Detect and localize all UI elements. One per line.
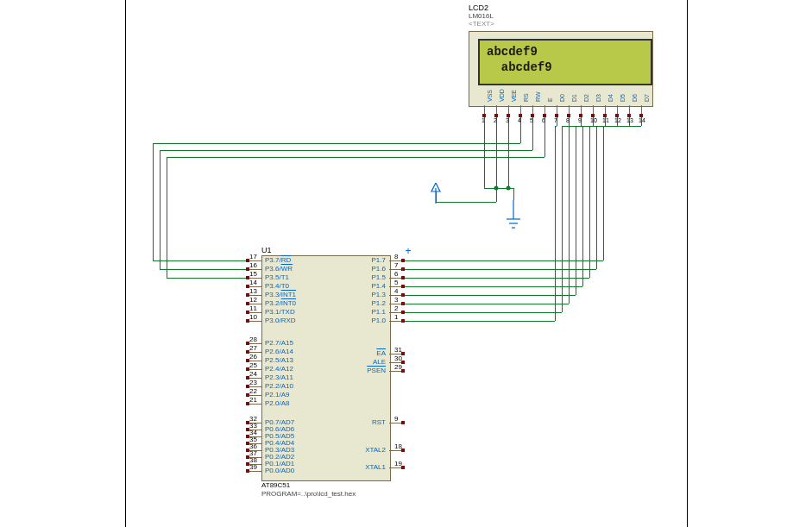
- wire: [555, 126, 556, 321]
- wire: [403, 260, 603, 261]
- mcu-pin-name: P2.3/A11: [265, 373, 293, 381]
- lcd-pin-number: 1: [482, 117, 485, 123]
- wire: [513, 188, 514, 200]
- mcu-pin-name: P0.0/AD0: [265, 467, 294, 474]
- mcu-pin-name: P2.4/A12: [265, 365, 293, 373]
- mcu-pin-name: P2.0/A8: [265, 399, 289, 407]
- lcd-line2: abcdef9: [487, 60, 552, 74]
- wire: [555, 126, 557, 127]
- mcu-pin-number: 21: [249, 396, 257, 404]
- lcd-pin-label: D6: [632, 94, 638, 102]
- lcd-display: abcdef9 abcdef9: [478, 39, 652, 85]
- mcu-pin-number: 39: [249, 463, 257, 471]
- mcu-pin-name: PSEN: [367, 367, 386, 374]
- mcu-pin-terminal: [401, 276, 405, 279]
- mcu-pin-name: P2.7/A15: [265, 339, 293, 347]
- mcu-pin-number: 7: [394, 261, 398, 269]
- lcd-pin-number: 6: [542, 117, 545, 123]
- wire: [167, 157, 167, 278]
- mcu-pin-number: 11: [249, 304, 257, 312]
- mcu-pin-number: 26: [249, 353, 257, 361]
- mcu-pin-name: RST: [372, 418, 386, 426]
- mcu-pin-number: 24: [249, 370, 257, 378]
- mcu-pin-number: 30: [394, 354, 402, 362]
- mcu-pin-number: 17: [249, 253, 257, 260]
- lcd-pin-label: VEE: [511, 90, 517, 102]
- mcu-pin-name: P1.4: [372, 282, 386, 290]
- mcu-pin-number: 14: [249, 279, 257, 286]
- lcd-pin-number: 5: [530, 117, 533, 123]
- mcu-pin-number: 5: [394, 279, 398, 286]
- lcd-pin-label: D7: [644, 94, 650, 102]
- junction-node: [494, 186, 499, 191]
- mcu-pin-name: P3.0/RXD: [265, 317, 296, 324]
- mcu-pin-name: P1.3: [372, 291, 386, 298]
- wire: [403, 269, 596, 270]
- mcu-pin-terminal: [401, 311, 405, 314]
- wire: [403, 286, 582, 287]
- mcu-pin-number: 6: [394, 270, 398, 278]
- lcd-pin-label: VDD: [499, 89, 505, 102]
- mcu-pin-name: P1.5: [372, 273, 386, 281]
- wire: [508, 117, 509, 188]
- lcd-pin-label: D4: [607, 94, 614, 102]
- lcd-pin-number: 10: [590, 117, 597, 123]
- mcu-pin-terminal: [401, 319, 405, 323]
- mcu-pin-stub: [248, 321, 261, 322]
- lcd-pin-label: D0: [559, 94, 565, 102]
- mcu-pin-number: 18: [394, 442, 402, 450]
- mcu-pin-name: P3.2/INT0: [265, 299, 296, 307]
- lcd-text-prop: <TEXT>: [469, 20, 494, 28]
- mcu-pin-number: 2: [394, 304, 398, 312]
- mcu-pin-name: P1.6: [372, 265, 386, 273]
- mcu-pin-name: P2.6/A14: [265, 348, 293, 355]
- mcu-pin-stub: [248, 404, 261, 405]
- mcu-pin-name: P2.5/A13: [265, 356, 293, 364]
- lcd-pin-number: 2: [494, 117, 497, 123]
- wire: [403, 304, 569, 304]
- mcu-pin-number: 3: [394, 296, 398, 304]
- wire: [562, 126, 569, 127]
- mcu-pin-name: P3.1/TXD: [265, 308, 295, 316]
- mcu-pin-name: P1.7: [372, 256, 386, 264]
- lcd-pin-number: 4: [518, 117, 521, 123]
- wire: [160, 150, 532, 151]
- wire: [403, 278, 589, 279]
- mcu-pin-name: P3.5/T1: [265, 273, 289, 281]
- lcd-pin-number: 12: [614, 117, 621, 123]
- schematic-canvas[interactable]: { "lcd": { "ref": "LCD2", "part": "LM016…: [125, 0, 686, 527]
- mcu-pin-number: 13: [249, 287, 257, 295]
- mcu-pin-name: P3.4/T0: [265, 282, 289, 290]
- lcd-pin-label: VSS: [487, 90, 493, 102]
- mcu-pin-number: 23: [249, 379, 257, 386]
- mcu-pin-number: 29: [394, 363, 402, 371]
- mcu-pin-name: P1.1: [372, 308, 386, 316]
- mcu-pin-name: XTAL1: [365, 463, 386, 471]
- wire: [582, 126, 583, 286]
- probe-icon: +: [405, 245, 411, 257]
- wire: [160, 269, 248, 270]
- mcu-pin-number: 1: [394, 313, 398, 321]
- wire: [403, 312, 562, 313]
- mcu-pin-name: P1.0: [372, 317, 386, 324]
- ground-symbol: [505, 200, 522, 235]
- wire: [436, 191, 437, 202]
- mcu-pin-terminal: [401, 293, 405, 297]
- wire: [153, 143, 520, 144]
- wire: [603, 126, 604, 260]
- mcu-pin-number: 22: [249, 387, 257, 395]
- wire: [403, 295, 576, 296]
- mcu-pin-name: ALE: [373, 358, 386, 366]
- lcd-pin-number: 13: [626, 117, 633, 123]
- mcu-pin-number: 31: [394, 346, 402, 354]
- lcd-pin-number: 8: [566, 117, 570, 123]
- lcd-pin-number: 3: [506, 117, 509, 123]
- wire: [403, 321, 555, 322]
- lcd-pin-label: D5: [620, 94, 626, 102]
- wire: [167, 278, 248, 279]
- mcu-prog: PROGRAM=..\pro\lcd_test.hex: [261, 490, 356, 498]
- mcu-pin-stub: [248, 471, 261, 472]
- lcd-pin-number: 7: [554, 117, 557, 123]
- lcd-pin-number: 9: [578, 117, 582, 123]
- mcu-pin-terminal: [401, 302, 405, 305]
